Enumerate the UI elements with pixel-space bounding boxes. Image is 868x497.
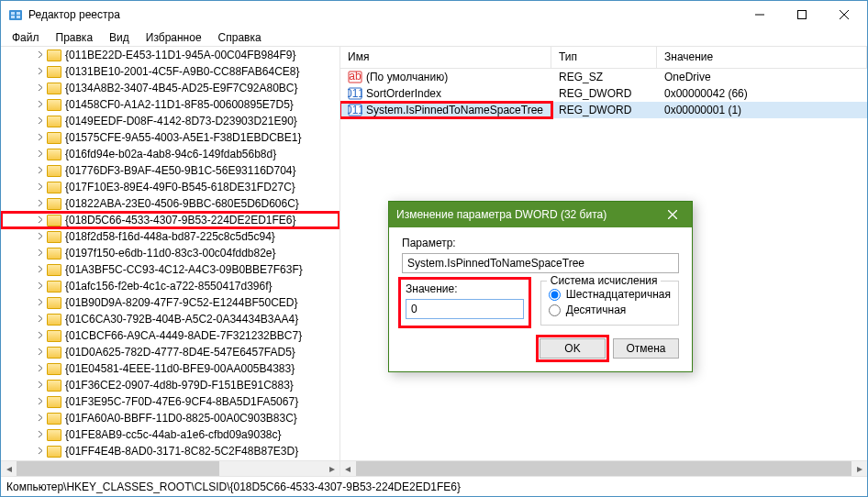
radix-dec-radio[interactable] — [549, 304, 561, 316]
tree-item[interactable]: {01575CFE-9A55-4003-A5E1-F38D1EBDCBE1} — [1, 129, 339, 146]
tree-pane: {011BE22D-E453-11D1-945A-00C04FB984F9}{0… — [1, 47, 340, 476]
cancel-button[interactable]: Отмена — [613, 338, 679, 359]
tree-item[interactable]: {01822ABA-23E0-4506-9BBC-680E5D6D606C} — [1, 195, 339, 212]
tree-item[interactable]: {01458CF0-A1A2-11D1-8F85-00600895E7D5} — [1, 96, 339, 113]
svg-text:011: 011 — [348, 104, 362, 116]
value-data: OneDrive — [657, 71, 867, 83]
list-hscrollbar[interactable]: ◂▸ — [340, 460, 867, 476]
tree-item-label: {0197f150-e6db-11d0-83c3-00c04fddb82e} — [65, 247, 276, 260]
expander-icon[interactable] — [36, 50, 46, 60]
tree-item[interactable]: {01D0A625-782D-4777-8D4E-547E6457FAD5} — [1, 344, 339, 360]
minimize-button[interactable] — [739, 1, 781, 28]
binary-value-icon: 011 — [348, 103, 362, 117]
tree-item[interactable]: {0131BE10-2001-4C5F-A9B0-CC88FAB64CE8} — [1, 63, 339, 80]
expander-icon[interactable] — [36, 66, 46, 76]
tree-item[interactable]: {01FF4E4B-8AD0-3171-8C82-5C2F48B87E3D} — [1, 443, 339, 459]
folder-icon — [47, 66, 61, 78]
expander-icon[interactable] — [36, 380, 46, 390]
radix-hex-radio[interactable] — [549, 289, 561, 301]
col-value[interactable]: Значение — [657, 47, 867, 68]
col-name[interactable]: Имя — [340, 47, 551, 68]
expander-icon[interactable] — [36, 314, 46, 324]
menu-edit[interactable]: Правка — [49, 29, 101, 46]
tree-item[interactable]: {0149EEDF-D08F-4142-8D73-D23903D21E90} — [1, 113, 339, 129]
maximize-button[interactable] — [781, 1, 823, 28]
folder-icon — [47, 132, 61, 144]
menu-file[interactable]: Файл — [5, 29, 47, 46]
menu-view[interactable]: Вид — [102, 29, 137, 46]
tree-item[interactable]: {0197f150-e6db-11d0-83c3-00c04fddb82e} — [1, 245, 339, 261]
expander-icon[interactable] — [36, 248, 46, 258]
list-row[interactable]: ab(По умолчанию)REG_SZOneDrive — [340, 69, 867, 85]
folder-icon — [47, 198, 61, 210]
tree-item[interactable]: {01CBCF66-A9CA-4449-8ADE-7F321232BBC7} — [1, 327, 339, 344]
tree-item[interactable]: {01C6CA30-792B-404B-A5C2-0A34434B3AA4} — [1, 311, 339, 327]
col-type[interactable]: Тип — [551, 47, 657, 68]
list-row[interactable]: 011SortOrderIndexREG_DWORD0x00000042 (66… — [340, 85, 867, 102]
string-value-icon: ab — [348, 70, 362, 84]
tree-item[interactable]: {01afc156-f2eb-4c1c-a722-8550417d396f} — [1, 278, 339, 294]
tree-item[interactable]: {018f2d58-f16d-448a-bd87-225c8c5d5c94} — [1, 228, 339, 245]
folder-icon — [47, 248, 61, 260]
tree-item-label: {01FE8AB9-cc5c-44ab-a1e6-cfbd09a9038c} — [65, 428, 282, 441]
tree-item[interactable]: {011BE22D-E453-11D1-945A-00C04FB984F9} — [1, 47, 339, 63]
expander-icon[interactable] — [36, 83, 46, 93]
tree-item[interactable]: {01F3E95C-7F0D-47E6-9CF4-8BA5D1FA5067} — [1, 393, 339, 410]
dialog-titlebar[interactable]: Изменение параметра DWORD (32 бита) — [389, 202, 692, 227]
list-header: Имя Тип Значение — [340, 47, 867, 69]
tree-item[interactable]: {0134A8B2-3407-4B45-AD25-E9F7C92A80BC} — [1, 80, 339, 96]
expander-icon[interactable] — [36, 297, 46, 307]
list-row[interactable]: 011System.IsPinnedToNameSpaceTreeREG_DWO… — [340, 102, 867, 118]
value-input[interactable] — [406, 299, 524, 319]
expander-icon[interactable] — [36, 215, 46, 225]
svg-rect-2 — [17, 12, 20, 15]
tree-item[interactable]: {01FE8AB9-cc5c-44ab-a1e6-cfbd09a9038c} — [1, 426, 339, 443]
expander-icon[interactable] — [36, 99, 46, 109]
tree-item[interactable]: {01FA60A0-BBFF-11D0-8825-00A0C903B83C} — [1, 410, 339, 426]
tree-item[interactable]: {01776DF3-B9AF-4E50-9B1C-56E93116D704} — [1, 162, 339, 179]
tree-item[interactable]: {01B90D9A-8209-47F7-9C52-E1244BF50CED} — [1, 294, 339, 311]
tree-item[interactable]: {018D5C66-4533-4307-9B53-224DE2ED1FE6} — [1, 212, 339, 228]
expander-icon[interactable] — [36, 446, 46, 456]
window-title: Редактор реестра — [28, 8, 739, 21]
param-label: Параметр: — [402, 237, 679, 249]
expander-icon[interactable] — [36, 198, 46, 208]
tree-item-label: {018D5C66-4533-4307-9B53-224DE2ED1FE6} — [65, 214, 296, 226]
ok-button[interactable]: OK — [540, 338, 606, 359]
expander-icon[interactable] — [36, 231, 46, 241]
tree-view[interactable]: {011BE22D-E453-11D1-945A-00C04FB984F9}{0… — [1, 47, 339, 460]
radix-dec[interactable]: Десятичная — [549, 304, 671, 316]
folder-icon — [47, 297, 61, 309]
expander-icon[interactable] — [36, 281, 46, 291]
tree-item[interactable]: {01E04581-4EEE-11d0-BFE9-00AA005B4383} — [1, 360, 339, 377]
expander-icon[interactable] — [36, 413, 46, 423]
tree-item-label: {01A3BF5C-CC93-4C12-A4C3-09B0BBE7F63F} — [65, 263, 303, 276]
dialog-close-button[interactable] — [661, 204, 684, 225]
expander-icon[interactable] — [36, 429, 46, 439]
tree-hscrollbar[interactable]: ◂▸ — [1, 460, 339, 476]
expander-icon[interactable] — [36, 396, 46, 406]
expander-icon[interactable] — [36, 132, 46, 142]
close-button[interactable] — [823, 1, 865, 28]
expander-icon[interactable] — [36, 165, 46, 175]
expander-icon[interactable] — [36, 149, 46, 159]
expander-icon[interactable] — [36, 182, 46, 192]
expander-icon[interactable] — [36, 116, 46, 126]
radix-hex[interactable]: Шестнадцатеричная — [549, 288, 671, 301]
folder-icon — [47, 281, 61, 293]
menu-help[interactable]: Справка — [211, 29, 269, 46]
expander-icon[interactable] — [36, 330, 46, 340]
expander-icon[interactable] — [36, 363, 46, 373]
menu-favorites[interactable]: Избранное — [139, 29, 209, 46]
expander-icon[interactable] — [36, 347, 46, 357]
tree-item[interactable]: {01F36CE2-0907-4d8b-979D-F151BE91C883} — [1, 377, 339, 393]
svg-rect-3 — [11, 16, 15, 18]
expander-icon[interactable] — [36, 264, 46, 274]
title-bar: Редактор реестра — [1, 1, 867, 28]
svg-rect-0 — [9, 10, 22, 20]
tree-item[interactable]: {016fd94e-b02a-4ab8-94c6-149fdab56b8d} — [1, 146, 339, 162]
tree-item[interactable]: {01A3BF5C-CC93-4C12-A4C3-09B0BBE7F63F} — [1, 261, 339, 278]
tree-item[interactable]: {017F10E3-89E4-49F0-B545-618DE31FD27C} — [1, 179, 339, 195]
tree-item-label: {01776DF3-B9AF-4E50-9B1C-56E93116D704} — [65, 164, 296, 177]
value-data: 0x00000042 (66) — [657, 87, 867, 100]
